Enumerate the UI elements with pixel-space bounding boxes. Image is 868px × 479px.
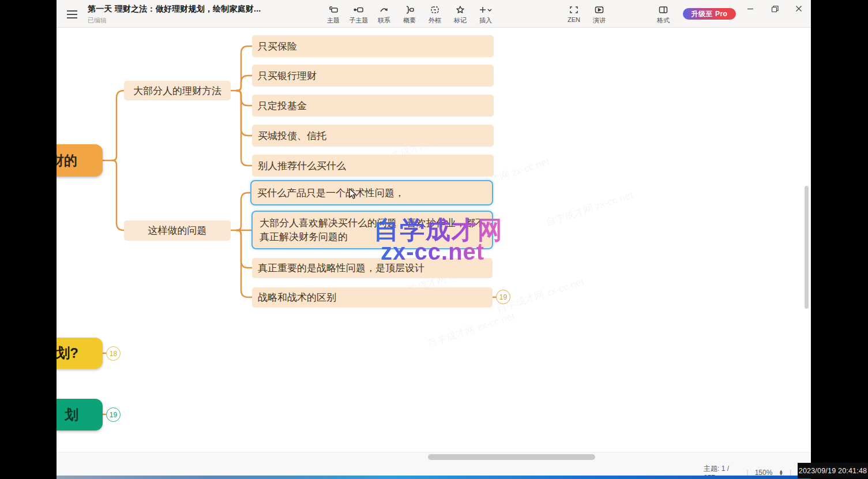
mindmap-selected-node[interactable]: 大部分人喜欢解决买什么的问题，喜欢抄作业，都不真正解决财务问题的 xyxy=(251,211,493,249)
document-title-block: 第一天 理财之法：做好理财规划，绘制家庭财... 已编辑 xyxy=(88,4,261,25)
mindmap-selected-node[interactable]: 买什么产品只是一个战术性问题， xyxy=(250,180,493,205)
edit-status: 已编辑 xyxy=(88,16,261,25)
marker-star-icon xyxy=(454,4,466,16)
format-button[interactable]: 格式 xyxy=(651,4,676,25)
summary-button[interactable]: 概要 xyxy=(397,4,422,25)
title-bar: 第一天 理财之法：做好理财规划，绘制家庭财... 已编辑 主题 子主题 联系 xyxy=(57,0,811,28)
summary-icon xyxy=(404,4,415,16)
mindmap-side-node[interactable]: 划 xyxy=(57,399,103,431)
relationship-button[interactable]: 联系 xyxy=(371,4,397,25)
zoom-stepper[interactable]: ▲▼ xyxy=(779,470,783,476)
zen-button[interactable]: ZEN xyxy=(561,4,587,25)
mindmap-leaf-node[interactable]: 战略和战术的区别 xyxy=(252,287,493,308)
zen-fullscreen-icon xyxy=(568,4,580,16)
boundary-button[interactable]: 外框 xyxy=(422,4,448,25)
bottom-accent-strip xyxy=(57,476,811,479)
toolbar-format-group: 格式 xyxy=(651,4,676,25)
minimize-button[interactable] xyxy=(741,0,760,17)
mindmap-side-node[interactable]: 划? xyxy=(57,338,103,369)
timestamp-overlay: 2023/09/19 20:41:48 xyxy=(798,463,868,478)
topic-count-badge[interactable]: 19 xyxy=(106,407,121,422)
mindmap-leaf-node[interactable]: 只定投基金 xyxy=(252,95,494,117)
boundary-icon xyxy=(429,4,441,16)
mindmap-leaf-node[interactable]: 只买银行理财 xyxy=(252,65,494,87)
close-button[interactable] xyxy=(789,0,809,17)
subtopic-button[interactable]: 子主题 xyxy=(346,4,371,25)
upgrade-pro-button[interactable]: 升级至 Pro xyxy=(683,8,736,20)
topic-icon xyxy=(328,4,339,16)
topic-count-badge[interactable]: 19 xyxy=(496,290,510,304)
toolbar-left-group: 主题 子主题 联系 概要 外框 xyxy=(321,4,498,25)
menu-icon[interactable] xyxy=(66,8,81,21)
format-panel-icon xyxy=(657,4,669,16)
mindmap-branch-node[interactable]: 这样做的问题 xyxy=(124,220,231,241)
app-window: 第一天 理财之法：做好理财规划，绘制家庭财... 已编辑 主题 子主题 联系 xyxy=(57,0,811,479)
topic-count-badge[interactable]: 18 xyxy=(106,346,121,361)
mindmap-root-node[interactable]: 财的 xyxy=(57,144,103,177)
restore-button[interactable] xyxy=(765,0,784,17)
status-bar: 主题: 1 / 257 | 150% ▲▼ | 大纲 xyxy=(57,452,811,476)
relationship-icon xyxy=(378,4,390,16)
horizontal-scrollbar[interactable] xyxy=(428,454,595,460)
mindmap-leaf-node[interactable]: 买城投债、信托 xyxy=(252,125,494,147)
vertical-scrollbar[interactable] xyxy=(805,186,809,309)
insert-button[interactable]: 插入 xyxy=(473,4,498,25)
mindmap-leaf-node[interactable]: 只买保险 xyxy=(252,35,494,57)
mindmap-branch-node[interactable]: 大部分人的理财方法 xyxy=(124,81,231,100)
topic-button[interactable]: 主题 xyxy=(321,4,346,25)
present-button[interactable]: 演讲 xyxy=(587,4,612,25)
document-title: 第一天 理财之法：做好理财规划，绘制家庭财... xyxy=(88,4,261,14)
present-play-icon xyxy=(593,4,605,16)
toolbar-right-group: ZEN 演讲 xyxy=(561,4,612,25)
mindmap-leaf-node[interactable]: 真正重要的是战略性问题，是顶层设计 xyxy=(252,258,493,278)
marker-button[interactable]: 标记 xyxy=(448,4,473,25)
insert-plus-icon xyxy=(478,4,493,16)
subtopic-icon xyxy=(353,4,365,16)
mindmap-leaf-node[interactable]: 别人推荐什么买什么 xyxy=(252,155,494,177)
